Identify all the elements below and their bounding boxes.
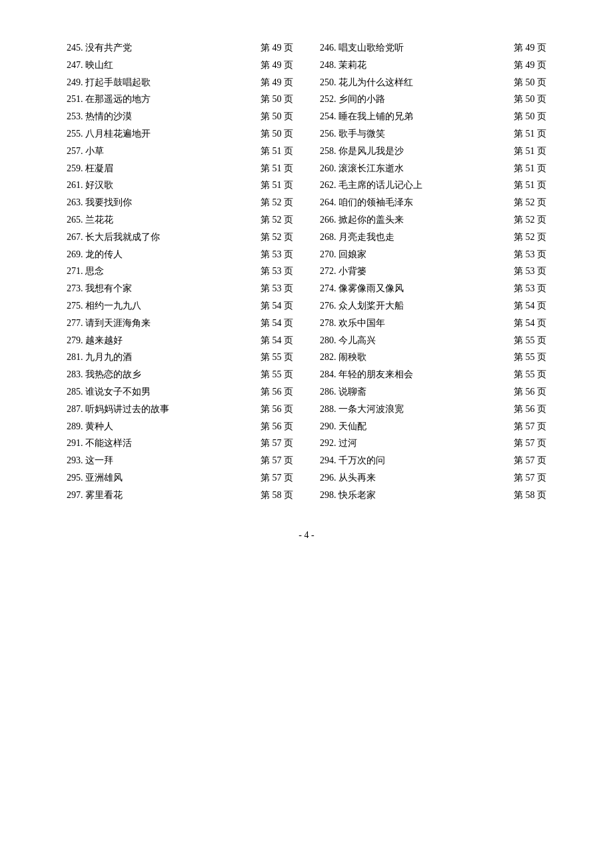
toc-entry-title: 269. 龙的传人 <box>67 247 123 263</box>
toc-entry-page: 第 51 页 <box>514 161 546 177</box>
toc-entry-title: 246. 唱支山歌给党听 <box>320 40 404 56</box>
toc-entry-title: 261. 好汉歌 <box>67 177 113 193</box>
toc-entry-page: 第 49 页 <box>261 75 293 91</box>
toc-row: 267. 长大后我就成了你第 52 页268. 月亮走我也走第 52 页 <box>67 229 546 245</box>
toc-entry: 282. 闹秧歌第 55 页 <box>320 349 546 365</box>
toc-entry-title: 250. 花儿为什么这样红 <box>320 75 413 91</box>
toc-entry-title: 256. 歌手与微笑 <box>320 126 385 142</box>
toc-entry: 263. 我要找到你第 52 页 <box>67 195 293 211</box>
toc-entry: 291. 不能这样活第 57 页 <box>67 435 293 451</box>
toc-row: 257. 小草第 51 页258. 你是风儿我是沙第 51 页 <box>67 143 546 159</box>
toc-entry: 262. 毛主席的话儿记心上第 51 页 <box>320 177 546 193</box>
toc-entry-page: 第 51 页 <box>514 177 546 193</box>
toc-entry: 285. 谁说女子不如男第 56 页 <box>67 384 293 400</box>
toc-entry-page: 第 55 页 <box>514 349 546 365</box>
toc-entry: 273. 我想有个家第 53 页 <box>67 281 293 297</box>
toc-right-half: 260. 滚滚长江东逝水第 51 页 <box>306 161 546 177</box>
toc-entry-title: 260. 滚滚长江东逝水 <box>320 161 404 177</box>
toc-left-half: 285. 谁说女子不如男第 56 页 <box>67 384 306 400</box>
toc-entry-title: 265. 兰花花 <box>67 212 113 228</box>
toc-entry: 283. 我热恋的故乡第 55 页 <box>67 367 293 383</box>
toc-entry: 270. 回娘家第 53 页 <box>320 247 546 263</box>
toc-entry: 256. 歌手与微笑第 51 页 <box>320 126 546 142</box>
toc-entry-title: 259. 枉凝眉 <box>67 161 113 177</box>
toc-entry-page: 第 56 页 <box>514 401 546 417</box>
toc-entry-title: 286. 说聊斋 <box>320 384 366 400</box>
toc-right-half: 266. 掀起你的盖头来第 52 页 <box>306 212 546 228</box>
toc-row: 263. 我要找到你第 52 页264. 咱们的领袖毛泽东第 52 页 <box>67 195 546 211</box>
toc-entry-page: 第 57 页 <box>514 419 546 435</box>
toc-entry-title: 287. 听妈妈讲过去的故事 <box>67 401 169 417</box>
toc-entry-page: 第 52 页 <box>261 195 293 211</box>
toc-entry: 248. 茉莉花第 49 页 <box>320 57 546 73</box>
toc-entry-title: 292. 过河 <box>320 435 357 451</box>
toc-entry: 298. 快乐老家第 58 页 <box>320 487 546 503</box>
toc-entry-page: 第 54 页 <box>514 315 546 331</box>
toc-entry-title: 274. 像雾像雨又像风 <box>320 281 404 297</box>
toc-list: 245. 没有共产党第 49 页246. 唱支山歌给党听第 49 页247. 映… <box>67 40 546 503</box>
toc-entry: 279. 越来越好第 54 页 <box>67 333 293 349</box>
toc-entry: 274. 像雾像雨又像风第 53 页 <box>320 281 546 297</box>
toc-entry: 254. 睡在我上铺的兄弟第 50 页 <box>320 109 546 125</box>
toc-left-half: 291. 不能这样活第 57 页 <box>67 435 306 451</box>
toc-entry: 280. 今儿高兴第 55 页 <box>320 333 546 349</box>
toc-entry-page: 第 52 页 <box>261 212 293 228</box>
toc-entry-title: 298. 快乐老家 <box>320 487 376 503</box>
toc-entry-title: 278. 欢乐中国年 <box>320 315 385 331</box>
toc-entry-page: 第 50 页 <box>261 109 293 125</box>
toc-row: 259. 枉凝眉第 51 页260. 滚滚长江东逝水第 51 页 <box>67 161 546 177</box>
toc-entry: 293. 这一拜第 57 页 <box>67 453 293 469</box>
toc-entry: 264. 咱们的领袖毛泽东第 52 页 <box>320 195 546 211</box>
toc-entry-title: 295. 亚洲雄风 <box>67 470 123 486</box>
toc-entry: 295. 亚洲雄风第 57 页 <box>67 470 293 486</box>
toc-row: 249. 打起手鼓唱起歌第 49 页250. 花儿为什么这样红第 50 页 <box>67 75 546 91</box>
toc-entry: 255. 八月桂花遍地开第 50 页 <box>67 126 293 142</box>
toc-entry: 261. 好汉歌第 51 页 <box>67 177 293 193</box>
toc-entry-title: 267. 长大后我就成了你 <box>67 229 160 245</box>
toc-row: 271. 思念第 53 页272. 小背篓第 53 页 <box>67 263 546 279</box>
toc-left-half: 263. 我要找到你第 52 页 <box>67 195 306 211</box>
toc-entry: 277. 请到天涯海角来第 54 页 <box>67 315 293 331</box>
toc-entry-page: 第 51 页 <box>514 126 546 142</box>
toc-entry: 294. 千万次的问第 57 页 <box>320 453 546 469</box>
toc-row: 261. 好汉歌第 51 页262. 毛主席的话儿记心上第 51 页 <box>67 177 546 193</box>
toc-entry-page: 第 54 页 <box>261 333 293 349</box>
toc-left-half: 249. 打起手鼓唱起歌第 49 页 <box>67 75 306 91</box>
toc-left-half: 277. 请到天涯海角来第 54 页 <box>67 315 306 331</box>
toc-entry-title: 277. 请到天涯海角来 <box>67 315 151 331</box>
toc-entry-title: 276. 众人划桨开大船 <box>320 298 404 314</box>
toc-right-half: 256. 歌手与微笑第 51 页 <box>306 126 546 142</box>
toc-entry: 258. 你是风儿我是沙第 51 页 <box>320 143 546 159</box>
toc-row: 273. 我想有个家第 53 页274. 像雾像雨又像风第 53 页 <box>67 281 546 297</box>
toc-entry-page: 第 56 页 <box>514 384 546 400</box>
toc-entry-page: 第 57 页 <box>261 435 293 451</box>
toc-entry: 287. 听妈妈讲过去的故事第 56 页 <box>67 401 293 417</box>
toc-left-half: 257. 小草第 51 页 <box>67 143 306 159</box>
toc-right-half: 252. 乡间的小路第 50 页 <box>306 91 546 107</box>
toc-entry-page: 第 51 页 <box>261 161 293 177</box>
toc-row: 253. 热情的沙漠第 50 页254. 睡在我上铺的兄弟第 50 页 <box>67 109 546 125</box>
toc-left-half: 273. 我想有个家第 53 页 <box>67 281 306 297</box>
toc-right-half: 246. 唱支山歌给党听第 49 页 <box>306 40 546 56</box>
toc-entry-page: 第 54 页 <box>261 315 293 331</box>
toc-entry: 271. 思念第 53 页 <box>67 263 293 279</box>
toc-entry-page: 第 57 页 <box>261 453 293 469</box>
toc-entry-title: 288. 一条大河波浪宽 <box>320 401 404 417</box>
toc-entry: 296. 从头再来第 57 页 <box>320 470 546 486</box>
toc-row: 255. 八月桂花遍地开第 50 页256. 歌手与微笑第 51 页 <box>67 126 546 142</box>
toc-entry: 257. 小草第 51 页 <box>67 143 293 159</box>
toc-entry-title: 252. 乡间的小路 <box>320 91 385 107</box>
toc-row: 297. 雾里看花第 58 页298. 快乐老家第 58 页 <box>67 487 546 503</box>
toc-entry-title: 272. 小背篓 <box>320 263 366 279</box>
toc-entry: 286. 说聊斋第 56 页 <box>320 384 546 400</box>
toc-entry-page: 第 50 页 <box>514 91 546 107</box>
toc-entry-page: 第 53 页 <box>514 247 546 263</box>
toc-entry-title: 280. 今儿高兴 <box>320 333 376 349</box>
toc-left-half: 253. 热情的沙漠第 50 页 <box>67 109 306 125</box>
toc-row: 293. 这一拜第 57 页294. 千万次的问第 57 页 <box>67 453 546 469</box>
toc-entry: 268. 月亮走我也走第 52 页 <box>320 229 546 245</box>
toc-right-half: 274. 像雾像雨又像风第 53 页 <box>306 281 546 297</box>
toc-entry-page: 第 49 页 <box>514 57 546 73</box>
toc-row: 281. 九月九的酒第 55 页282. 闹秧歌第 55 页 <box>67 349 546 365</box>
toc-row: 245. 没有共产党第 49 页246. 唱支山歌给党听第 49 页 <box>67 40 546 56</box>
